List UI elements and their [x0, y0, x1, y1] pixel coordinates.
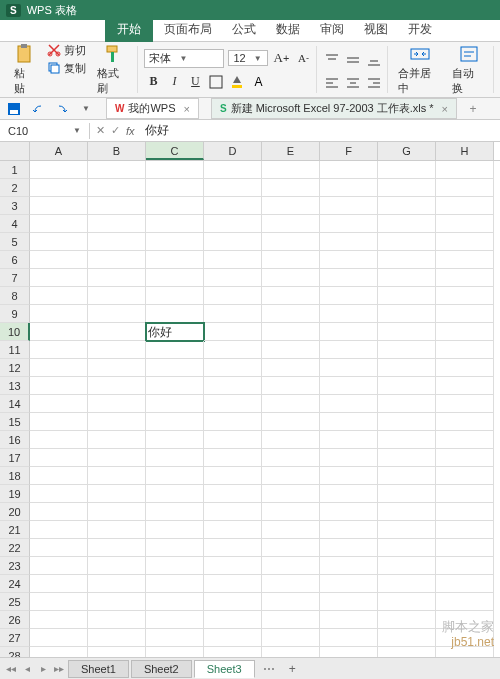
cell[interactable] — [262, 305, 320, 323]
new-tab-button[interactable]: + — [465, 101, 481, 117]
cell[interactable] — [30, 215, 88, 233]
cell[interactable] — [30, 287, 88, 305]
cell[interactable] — [30, 413, 88, 431]
col-header[interactable]: G — [378, 142, 436, 160]
cell[interactable] — [320, 359, 378, 377]
cell[interactable] — [88, 377, 146, 395]
row-header[interactable]: 23 — [0, 557, 30, 575]
row-header[interactable]: 15 — [0, 413, 30, 431]
cell[interactable] — [262, 539, 320, 557]
col-header[interactable]: A — [30, 142, 88, 160]
cell[interactable] — [204, 197, 262, 215]
row-header[interactable]: 2 — [0, 179, 30, 197]
cell[interactable] — [378, 359, 436, 377]
auto-wrap-button[interactable]: 自动换 — [448, 42, 489, 98]
italic-button[interactable]: I — [165, 73, 183, 91]
cut-button[interactable]: 剪切 — [44, 42, 89, 59]
increase-font-button[interactable]: A+ — [272, 49, 290, 67]
formula-input[interactable]: 你好 — [141, 122, 173, 139]
cell[interactable] — [378, 413, 436, 431]
sheet-nav-next[interactable]: ▸ — [36, 663, 50, 674]
tab-review[interactable]: 审阅 — [310, 18, 354, 41]
cell[interactable] — [320, 215, 378, 233]
cell[interactable] — [88, 593, 146, 611]
grid-body[interactable]: 12345678910你好111213141516171819202122232… — [0, 161, 500, 679]
cell[interactable] — [146, 431, 204, 449]
cell[interactable] — [262, 503, 320, 521]
cell[interactable] — [436, 503, 494, 521]
cell[interactable] — [146, 305, 204, 323]
cell[interactable] — [146, 179, 204, 197]
cell[interactable] — [436, 215, 494, 233]
cell[interactable] — [204, 629, 262, 647]
cell[interactable] — [88, 431, 146, 449]
cell[interactable] — [436, 395, 494, 413]
cell[interactable] — [436, 377, 494, 395]
cell[interactable] — [204, 521, 262, 539]
row-header[interactable]: 25 — [0, 593, 30, 611]
underline-button[interactable]: U — [186, 73, 204, 91]
align-center-button[interactable] — [344, 74, 362, 92]
cell[interactable] — [436, 521, 494, 539]
cell[interactable] — [146, 575, 204, 593]
cell[interactable] — [378, 269, 436, 287]
row-header[interactable]: 6 — [0, 251, 30, 269]
cell[interactable] — [320, 323, 378, 341]
cell[interactable] — [30, 521, 88, 539]
cell[interactable] — [30, 503, 88, 521]
cell[interactable] — [436, 539, 494, 557]
cell[interactable] — [88, 629, 146, 647]
cell[interactable] — [88, 269, 146, 287]
cell[interactable] — [320, 161, 378, 179]
cell[interactable] — [378, 539, 436, 557]
cell[interactable] — [88, 575, 146, 593]
cell[interactable] — [378, 431, 436, 449]
cell[interactable] — [146, 629, 204, 647]
col-header[interactable]: D — [204, 142, 262, 160]
col-header[interactable]: C — [146, 142, 204, 160]
cell[interactable] — [146, 287, 204, 305]
col-header[interactable]: H — [436, 142, 494, 160]
col-header[interactable]: B — [88, 142, 146, 160]
cell[interactable] — [146, 521, 204, 539]
cell[interactable] — [262, 179, 320, 197]
cell[interactable] — [378, 467, 436, 485]
cell[interactable] — [436, 197, 494, 215]
cell[interactable] — [320, 197, 378, 215]
sheet-nav-last[interactable]: ▸▸ — [52, 663, 66, 674]
cell[interactable] — [30, 575, 88, 593]
col-header[interactable]: E — [262, 142, 320, 160]
cell[interactable] — [30, 377, 88, 395]
sheet-menu-button[interactable]: ⋯ — [257, 660, 281, 678]
cell[interactable] — [204, 395, 262, 413]
close-icon[interactable]: × — [442, 103, 448, 115]
cell[interactable] — [262, 323, 320, 341]
align-middle-button[interactable] — [344, 51, 362, 69]
cell[interactable]: 你好 — [146, 323, 204, 341]
fill-color-button[interactable] — [228, 73, 246, 91]
cell[interactable] — [378, 233, 436, 251]
cell[interactable] — [262, 161, 320, 179]
cell[interactable] — [30, 485, 88, 503]
cell[interactable] — [30, 449, 88, 467]
cell[interactable] — [262, 251, 320, 269]
cell[interactable] — [88, 359, 146, 377]
sheet-tab-3[interactable]: Sheet3 — [194, 660, 255, 678]
row-header[interactable]: 3 — [0, 197, 30, 215]
cell[interactable] — [204, 233, 262, 251]
cell[interactable] — [320, 449, 378, 467]
cell[interactable] — [88, 557, 146, 575]
cell[interactable] — [436, 233, 494, 251]
cell[interactable] — [146, 251, 204, 269]
cell[interactable] — [30, 611, 88, 629]
cell[interactable] — [204, 269, 262, 287]
cell[interactable] — [30, 269, 88, 287]
cell[interactable] — [204, 251, 262, 269]
cell[interactable] — [88, 197, 146, 215]
cell[interactable] — [204, 323, 262, 341]
cell[interactable] — [320, 395, 378, 413]
cell[interactable] — [30, 197, 88, 215]
cell[interactable] — [204, 413, 262, 431]
row-header[interactable]: 20 — [0, 503, 30, 521]
cell[interactable] — [88, 233, 146, 251]
